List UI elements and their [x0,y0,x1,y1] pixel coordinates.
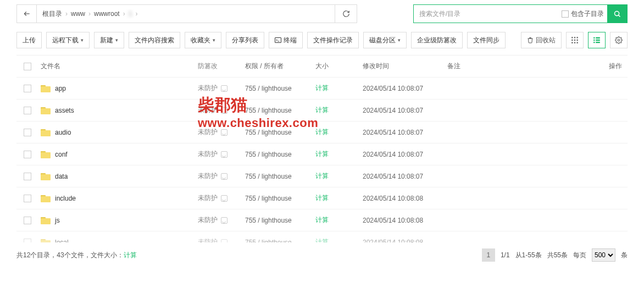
table-row[interactable]: conf未防护755 / lighthouse计算2024/05/14 10:0… [16,143,628,165]
table-row[interactable]: include未防护755 / lighthouse计算2024/05/14 1… [16,187,628,209]
calc-size-link[interactable]: 计算 [315,128,329,136]
protect-status: 未防护 [198,150,218,159]
protect-status: 未防护 [198,194,218,203]
terminal-button[interactable]: 终端 [269,32,303,48]
col-header-size[interactable]: 大小 [315,62,363,71]
table-body[interactable]: app未防护755 / lighthouse计算2024/05/14 10:08… [16,78,628,242]
row-checkbox[interactable] [24,195,31,202]
breadcrumb-seg[interactable]: wwwroot [94,10,120,18]
upload-button[interactable]: 上传 [16,32,42,48]
toolbar: 上传 远程下载▾ 新建▾ 文件内容搜索 收藏夹▾ 分享列表 终端 文件操作记录 … [0,27,644,55]
perm-cell[interactable]: 755 / lighthouse [245,129,315,136]
share-list-button[interactable]: 分享列表 [226,32,264,48]
breadcrumb-path[interactable]: 根目录 › www › wwwroot › 1 › [37,9,335,19]
table-row[interactable]: local未防护755 / lighthouse计算2024/05/14 10:… [16,231,628,242]
row-checkbox[interactable] [24,173,31,180]
row-checkbox[interactable] [24,217,31,224]
row-checkbox[interactable] [24,129,31,136]
label: 新建 [100,36,113,45]
file-name-cell[interactable]: include [38,194,198,202]
protect-cell[interactable]: 未防护 [198,194,245,203]
perm-cell[interactable]: 755 / lighthouse [245,217,315,224]
file-name-cell[interactable]: audio [38,128,198,136]
calc-size-link[interactable]: 计算 [315,194,329,202]
protect-cell[interactable]: 未防护 [198,150,245,159]
protect-cell[interactable]: 未防护 [198,237,245,242]
col-header-perm[interactable]: 权限 / 所有者 [245,62,315,71]
content-search-button[interactable]: 文件内容搜索 [129,32,180,48]
enterprise-tamper-button[interactable]: 企业级防篡改 [411,32,463,48]
mtime-cell: 2024/05/14 10:08:07 [363,107,447,114]
table-row[interactable]: app未防护755 / lighthouse计算2024/05/14 10:08… [16,78,628,100]
breadcrumb-seg-redacted[interactable]: 1 [129,10,132,18]
file-name-cell[interactable]: conf [38,150,198,158]
remote-download-button[interactable]: 远程下载▾ [46,32,90,48]
perm-cell[interactable]: 755 / lighthouse [245,107,315,114]
row-checkbox[interactable] [24,239,31,243]
svg-rect-19 [596,42,600,43]
search-input[interactable] [414,10,558,18]
search-button[interactable] [607,5,627,23]
file-name: audio [55,129,71,136]
disk-partition-button[interactable]: 磁盘分区▾ [363,32,407,48]
col-header-name[interactable]: 文件名 [38,62,198,71]
favorites-button[interactable]: 收藏夹▾ [185,32,221,48]
page-current[interactable]: 1 [482,248,495,262]
table-row[interactable]: js未防护755 / lighthouse计算2024/05/14 10:08:… [16,209,628,231]
grid-icon [571,36,579,44]
calc-size-link[interactable]: 计算 [315,172,329,180]
new-button[interactable]: 新建▾ [94,32,124,48]
view-grid-button[interactable] [566,32,584,48]
op-log-button[interactable]: 文件操作记录 [307,32,359,48]
perm-cell[interactable]: 755 / lighthouse [245,195,315,202]
per-page-select[interactable]: 500 [592,248,615,262]
calc-size-link[interactable]: 计算 [315,106,329,114]
calc-size-link[interactable]: 计算 [315,238,329,242]
file-name-cell[interactable]: local [38,238,198,242]
file-sync-button[interactable]: 文件同步 [467,32,506,48]
protect-cell[interactable]: 未防护 [198,106,245,115]
protect-cell[interactable]: 未防护 [198,128,245,137]
breadcrumb-seg[interactable]: 根目录 [42,9,62,19]
table-row[interactable]: audio未防护755 / lighthouse计算2024/05/14 10:… [16,121,628,143]
table-row[interactable]: assets未防护755 / lighthouse计算2024/05/14 10… [16,100,628,121]
view-list-button[interactable] [588,32,606,48]
select-all-checkbox[interactable] [24,63,31,70]
folder-icon [41,194,51,202]
breadcrumb-seg[interactable]: www [71,10,85,18]
recycle-bin-button[interactable]: 回收站 [521,32,562,48]
perm-cell[interactable]: 755 / lighthouse [245,151,315,158]
arrow-left-icon [23,10,31,18]
file-name-cell[interactable]: assets [38,106,198,114]
row-checkbox[interactable] [24,107,31,114]
file-name-cell[interactable]: app [38,84,198,92]
refresh-button[interactable] [335,5,357,23]
protect-cell[interactable]: 未防护 [198,172,245,181]
perm-cell[interactable]: 755 / lighthouse [245,85,315,92]
col-header-protect[interactable]: 防篡改 [198,62,245,71]
settings-button[interactable] [610,32,628,48]
back-button[interactable] [17,5,37,23]
svg-rect-18 [593,42,595,43]
table-row[interactable]: data未防护755 / lighthouse计算2024/05/14 10:0… [16,165,628,187]
perm-cell[interactable]: 755 / lighthouse [245,239,315,243]
file-name-cell[interactable]: data [38,172,198,180]
calc-size-link[interactable]: 计算 [315,84,329,92]
calc-size-link[interactable]: 计算 [315,216,329,224]
file-name: data [55,173,68,180]
file-name-cell[interactable]: js [38,216,198,224]
row-checkbox[interactable] [24,85,31,92]
col-header-note[interactable]: 备注 [447,62,595,71]
protect-cell[interactable]: 未防护 [198,215,245,225]
col-header-mtime[interactable]: 修改时间 [363,62,447,71]
protect-cell[interactable]: 未防护 [198,84,245,93]
chevron-down-icon: ▾ [398,37,401,43]
calc-size-link[interactable]: 计算 [315,150,329,158]
row-checkbox[interactable] [24,151,31,158]
protect-status: 未防护 [198,215,218,225]
mtime-cell: 2024/05/14 10:08:07 [363,129,447,136]
perm-cell[interactable]: 755 / lighthouse [245,173,315,180]
page-range: 从1-55条 [515,251,542,260]
calc-size-link[interactable]: 计算 [124,251,137,259]
include-subdir-toggle[interactable]: 包含子目录 [558,9,607,19]
